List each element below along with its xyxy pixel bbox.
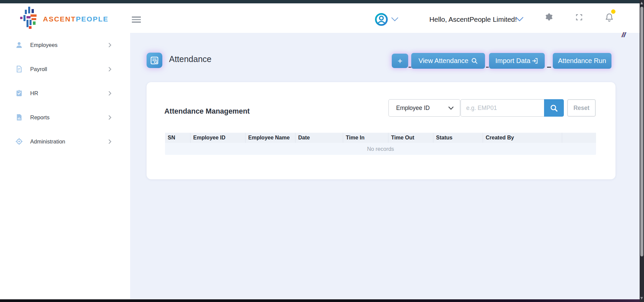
column-header-time-in: Time In [343, 133, 388, 143]
brand-logo-icon [19, 6, 39, 29]
add-button[interactable]: + [392, 54, 408, 68]
sidebar-item-label: Reports [30, 114, 50, 121]
table-header-row: SN Employee ID Employee Name Date Time I… [165, 133, 596, 143]
fullscreen-icon[interactable] [576, 14, 583, 21]
column-header-time-out: Time Out [388, 133, 433, 143]
user-avatar[interactable] [375, 13, 388, 26]
sidebar-item-label: Employees [30, 42, 58, 48]
window-bottom-bar [0, 299, 640, 302]
settings-gear-icon[interactable] [544, 13, 553, 21]
search-button[interactable] [544, 99, 564, 117]
attendance-list-clock-icon [150, 56, 159, 65]
avatar-chevron-down-icon[interactable] [391, 17, 398, 21]
import-icon [531, 57, 538, 64]
empty-records-message: No records [367, 146, 394, 152]
separator-dash [547, 67, 551, 68]
column-header-sn: SN [165, 133, 191, 143]
notification-badge-dot [611, 9, 615, 14]
attendance-table: SN Employee ID Employee Name Date Time I… [165, 133, 596, 155]
separator-dash [486, 67, 489, 68]
reset-button[interactable]: Reset [567, 99, 596, 117]
app-header: ASCENTPEOPLE Hello, AscentPeople Limited… [0, 3, 640, 33]
column-header-status: Status [433, 133, 483, 143]
user-circle-icon [375, 13, 388, 26]
window-top-bar [0, 0, 640, 3]
column-header-created-by: Created By [483, 133, 562, 143]
stray-slash-marks: // [622, 31, 626, 39]
sidebar-toggle-hamburger-icon[interactable] [132, 16, 141, 23]
scrollbar-up-arrow[interactable] [640, 2, 643, 4]
import-data-button[interactable]: Import Data [489, 53, 545, 69]
column-header-actions [562, 133, 596, 143]
clipboard-check-icon [15, 89, 23, 97]
chevron-right-icon [108, 139, 111, 144]
search-icon [550, 104, 558, 112]
select-chevron-down-icon [448, 106, 454, 110]
attendance-page-icon-tile [147, 53, 162, 68]
column-header-date: Date [296, 133, 343, 143]
sidebar-item-label: Payroll [30, 66, 47, 72]
filter-field-selected-value: Employee ID [396, 105, 430, 112]
chevron-right-icon [108, 115, 111, 120]
scrollbar-thumb[interactable] [640, 7, 643, 256]
scrollbar[interactable] [640, 0, 644, 302]
scrollbar-down-arrow[interactable] [640, 297, 643, 300]
separator-dash [409, 67, 411, 68]
document-icon [15, 65, 23, 73]
sidebar-item-payroll[interactable]: Payroll [0, 57, 130, 81]
sidebar-item-reports[interactable]: Reports [0, 105, 130, 129]
filter-field-select[interactable]: Employee ID [388, 99, 460, 117]
search-icon [471, 58, 478, 64]
column-header-employee-name: Employee Name [246, 133, 296, 143]
view-attendance-label: View Attendance [419, 57, 469, 65]
sidebar-nav: Employees Payroll HR [0, 33, 130, 299]
greeting-chevron-down-icon[interactable] [516, 17, 524, 21]
sidebar-item-label: HR [30, 90, 38, 97]
report-chart-icon [15, 114, 23, 121]
attendance-run-button[interactable]: Attendance Run [553, 53, 611, 69]
sidebar-item-hr[interactable]: HR [0, 81, 130, 105]
view-attendance-button[interactable]: View Attendance [411, 53, 485, 69]
column-header-employee-id: Employee ID [191, 133, 246, 143]
sidebar-item-label: Administration [30, 138, 65, 145]
chevron-right-icon [108, 91, 111, 96]
sidebar-item-administration[interactable]: Administration [0, 129, 130, 154]
table-empty-row: No records [165, 143, 596, 155]
user-greeting[interactable]: Hello, AscentPeople Limited! [429, 15, 517, 23]
brand-word-people: PEOPLE [76, 15, 108, 23]
page-title: Attendance [169, 54, 212, 64]
notifications-bell-icon[interactable] [605, 12, 614, 22]
card-heading: Attendance Management [164, 107, 250, 116]
brand-wordmark: ASCENTPEOPLE [43, 15, 109, 23]
search-input[interactable] [461, 99, 544, 117]
sidebar-item-employees[interactable]: Employees [0, 33, 130, 57]
user-icon [15, 41, 23, 49]
attendance-management-card: Attendance Management Employee ID Reset … [147, 82, 615, 179]
target-icon [15, 138, 23, 145]
chevron-right-icon [108, 67, 111, 72]
main-content: // Attendance + View Attendance Import D… [130, 33, 640, 299]
chevron-right-icon [108, 43, 111, 48]
brand-word-ascent: ASCENT [43, 15, 76, 23]
brand-logo[interactable]: ASCENTPEOPLE [19, 5, 97, 31]
import-data-label: Import Data [495, 57, 530, 65]
